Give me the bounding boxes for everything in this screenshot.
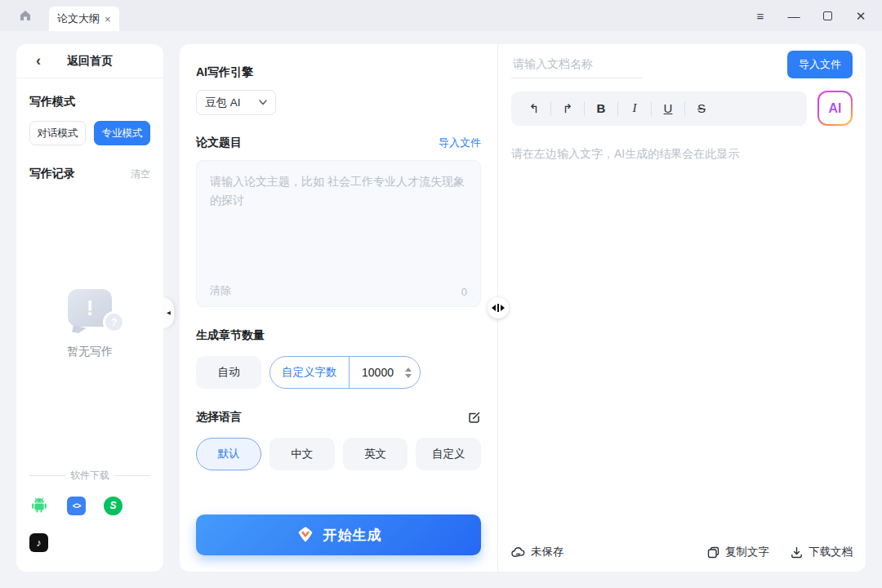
code-app-icon[interactable]: <> <box>67 497 86 515</box>
resize-right-arrow-icon <box>501 305 505 311</box>
chapter-count-controls: 自动 自定义字数 <box>196 356 481 389</box>
custom-count-input[interactable] <box>354 366 402 379</box>
language-chinese-button[interactable]: 中文 <box>270 438 335 470</box>
tab-paper-outline[interactable]: 论文大纲 × <box>49 7 119 31</box>
custom-count-group: 自定义字数 <box>270 356 421 389</box>
copy-text-button[interactable]: 复制文字 <box>707 545 769 559</box>
downloads-icons-row2: ♪ <box>29 533 150 552</box>
exclamation-icon: ! <box>87 296 94 321</box>
engine-label: AI写作引擎 <box>196 65 481 80</box>
redo-icon[interactable]: ↱ <box>551 98 584 119</box>
chevron-left-icon: ‹ <box>36 52 41 69</box>
tiktok-glyph: ♪ <box>36 537 42 549</box>
generate-button[interactable]: 开始生成 <box>196 514 481 555</box>
char-counter: 0 <box>461 286 467 298</box>
footer-actions: 复制文字 下载文档 <box>707 545 853 559</box>
collapse-arrow-icon: ◀ <box>167 310 171 316</box>
back-home-label: 返回首页 <box>67 54 113 69</box>
count-stepper[interactable] <box>405 368 412 378</box>
minimize-icon[interactable]: — <box>787 9 800 22</box>
bold-button[interactable]: B <box>585 98 617 119</box>
undo-icon[interactable]: ↰ <box>518 98 550 119</box>
engine-selected-value: 豆包 AI <box>205 96 241 110</box>
download-doc-label: 下载文档 <box>808 545 853 559</box>
language-english-button[interactable]: 英文 <box>343 438 408 470</box>
maximize-icon[interactable] <box>821 9 834 22</box>
auto-count-button[interactable]: 自动 <box>196 356 261 389</box>
panel-resize-handle[interactable] <box>488 297 509 318</box>
doc-name-input[interactable] <box>511 51 642 78</box>
clear-records-link[interactable]: 清空 <box>131 167 150 181</box>
composer-panel: AI写作引擎 豆包 AI 论文题目 导入文件 清除 0 生成章节数量 自动 自定… <box>180 44 498 572</box>
import-file-link[interactable]: 导入文件 <box>439 136 481 150</box>
empty-state-text: 暂无写作 <box>67 345 113 359</box>
clear-topic-button[interactable]: 清除 <box>210 283 231 298</box>
topic-label: 论文题目 <box>196 136 242 150</box>
language-header: 选择语言 <box>196 410 481 425</box>
edit-icon[interactable] <box>467 411 481 425</box>
titlebar: 论文大纲 × ≡ — ✕ <box>0 0 882 31</box>
ai-assistant-button[interactable]: AI <box>817 91 853 126</box>
topic-textarea[interactable] <box>197 161 480 269</box>
question-icon: ? <box>103 311 125 333</box>
tab-title: 论文大纲 <box>57 11 100 26</box>
downloads-label: 软件下载 <box>70 469 109 483</box>
window-controls: ≡ — ✕ <box>754 9 867 22</box>
chapters-label: 生成章节数量 <box>196 328 481 343</box>
import-file-button[interactable]: 导入文件 <box>787 51 853 78</box>
ai-label: AI <box>829 101 842 116</box>
copy-icon <box>707 546 719 559</box>
custom-count-input-wrap <box>350 357 420 388</box>
mode-buttons: 对话模式 专业模式 <box>29 121 150 145</box>
stepper-down-icon[interactable] <box>405 374 412 378</box>
menu-icon[interactable]: ≡ <box>754 9 767 22</box>
underline-button[interactable]: U <box>652 98 684 119</box>
close-icon[interactable]: ✕ <box>854 9 867 22</box>
home-icon[interactable] <box>15 5 36 26</box>
preview-header: 导入文件 <box>511 51 853 78</box>
language-default-button[interactable]: 默认 <box>196 438 261 470</box>
empty-bubble-icon: ! ? <box>68 289 112 327</box>
stepper-up-icon[interactable] <box>405 368 412 372</box>
topic-header: 论文题目 导入文件 <box>196 136 481 150</box>
preview-placeholder-text: 请在左边输入文字，AI生成的结果会在此显示 <box>511 147 853 162</box>
software-downloads: 软件下载 <> S <box>29 469 150 552</box>
topic-input-box: 清除 0 <box>196 160 481 307</box>
mode-professional-button[interactable]: 专业模式 <box>94 121 150 145</box>
house-icon <box>18 8 33 23</box>
resize-bar-icon <box>497 304 499 312</box>
italic-button[interactable]: I <box>618 98 651 119</box>
preview-panel: 导入文件 ↰ ↱ B I U S AI 请在左边输入文字，AI生成的结果会在此显… <box>498 44 866 572</box>
save-status: 未保存 <box>511 545 564 559</box>
chevron-down-icon <box>259 100 267 105</box>
writing-mode-title: 写作模式 <box>29 95 150 109</box>
sidebar: ‹ 返回首页 写作模式 对话模式 专业模式 写作记录 清空 ! ? 暂无写作 ◀… <box>16 44 163 572</box>
custom-count-button[interactable]: 自定义字数 <box>270 357 350 388</box>
generate-label: 开始生成 <box>323 526 382 545</box>
back-home-button[interactable]: ‹ 返回首页 <box>16 44 163 78</box>
strikethrough-button[interactable]: S <box>685 98 718 119</box>
copy-text-label: 复制文字 <box>725 545 769 559</box>
miniprogram-icon[interactable]: S <box>104 497 122 515</box>
tab-close-icon[interactable]: × <box>105 13 111 25</box>
preview-footer: 未保存 复制文字 下载文档 <box>511 545 853 559</box>
download-icon <box>791 546 803 559</box>
empty-state: ! ? 暂无写作 <box>16 289 163 359</box>
mode-dialog-button[interactable]: 对话模式 <box>29 121 86 145</box>
android-icon[interactable] <box>29 496 49 515</box>
main-card: AI写作引擎 豆包 AI 论文题目 导入文件 清除 0 生成章节数量 自动 自定… <box>180 44 866 572</box>
format-toolbar: ↰ ↱ B I U S <box>511 91 807 126</box>
tiktok-icon[interactable]: ♪ <box>29 533 48 552</box>
code-glyph: <> <box>73 501 81 510</box>
engine-select[interactable]: 豆包 AI <box>196 90 276 115</box>
downloads-icons-row1: <> S <box>29 496 150 515</box>
download-doc-button[interactable]: 下载文档 <box>791 545 853 559</box>
language-custom-button[interactable]: 自定义 <box>416 438 481 470</box>
records-title: 写作记录 <box>29 167 75 181</box>
records-header: 写作记录 清空 <box>29 167 150 181</box>
toolbar-row: ↰ ↱ B I U S AI <box>511 91 853 126</box>
maximize-box <box>823 11 832 20</box>
language-label: 选择语言 <box>196 410 242 425</box>
sidebar-collapse-handle[interactable]: ◀ <box>163 297 174 328</box>
downloads-divider: 软件下载 <box>29 469 150 483</box>
